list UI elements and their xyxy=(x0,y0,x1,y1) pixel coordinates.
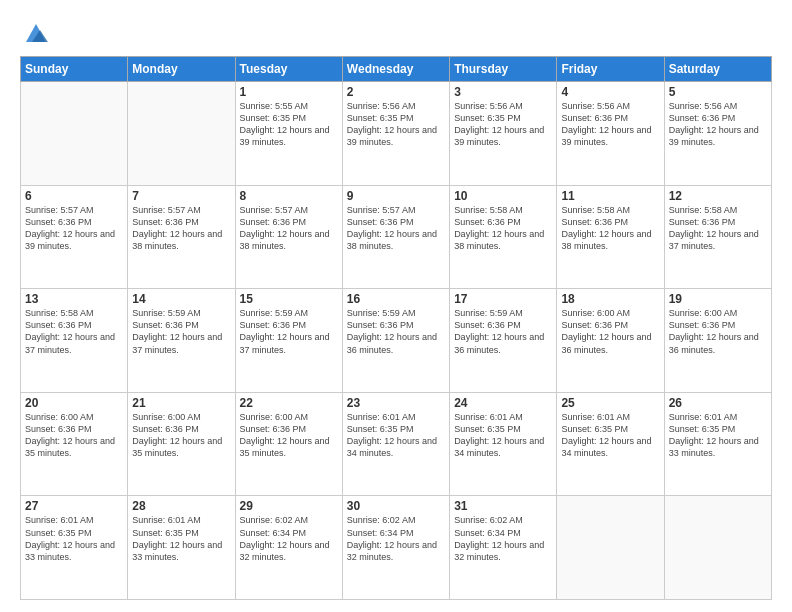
day-number: 13 xyxy=(25,292,123,306)
day-info: Sunrise: 6:00 AM Sunset: 6:36 PM Dayligh… xyxy=(669,307,767,356)
weekday-header-saturday: Saturday xyxy=(664,57,771,82)
calendar-cell: 29Sunrise: 6:02 AM Sunset: 6:34 PM Dayli… xyxy=(235,496,342,600)
day-info: Sunrise: 5:57 AM Sunset: 6:36 PM Dayligh… xyxy=(240,204,338,253)
day-number: 4 xyxy=(561,85,659,99)
calendar-table: SundayMondayTuesdayWednesdayThursdayFrid… xyxy=(20,56,772,600)
day-info: Sunrise: 5:59 AM Sunset: 6:36 PM Dayligh… xyxy=(132,307,230,356)
calendar-cell: 6Sunrise: 5:57 AM Sunset: 6:36 PM Daylig… xyxy=(21,185,128,289)
day-info: Sunrise: 6:00 AM Sunset: 6:36 PM Dayligh… xyxy=(25,411,123,460)
calendar-cell: 25Sunrise: 6:01 AM Sunset: 6:35 PM Dayli… xyxy=(557,392,664,496)
day-number: 19 xyxy=(669,292,767,306)
calendar-cell: 10Sunrise: 5:58 AM Sunset: 6:36 PM Dayli… xyxy=(450,185,557,289)
week-row-2: 6Sunrise: 5:57 AM Sunset: 6:36 PM Daylig… xyxy=(21,185,772,289)
day-info: Sunrise: 6:00 AM Sunset: 6:36 PM Dayligh… xyxy=(561,307,659,356)
calendar-cell: 14Sunrise: 5:59 AM Sunset: 6:36 PM Dayli… xyxy=(128,289,235,393)
weekday-header-friday: Friday xyxy=(557,57,664,82)
week-row-1: 1Sunrise: 5:55 AM Sunset: 6:35 PM Daylig… xyxy=(21,82,772,186)
day-info: Sunrise: 6:02 AM Sunset: 6:34 PM Dayligh… xyxy=(240,514,338,563)
day-info: Sunrise: 6:01 AM Sunset: 6:35 PM Dayligh… xyxy=(454,411,552,460)
calendar-cell: 1Sunrise: 5:55 AM Sunset: 6:35 PM Daylig… xyxy=(235,82,342,186)
calendar-cell: 7Sunrise: 5:57 AM Sunset: 6:36 PM Daylig… xyxy=(128,185,235,289)
calendar-cell: 26Sunrise: 6:01 AM Sunset: 6:35 PM Dayli… xyxy=(664,392,771,496)
calendar-cell: 19Sunrise: 6:00 AM Sunset: 6:36 PM Dayli… xyxy=(664,289,771,393)
calendar-cell: 4Sunrise: 5:56 AM Sunset: 6:36 PM Daylig… xyxy=(557,82,664,186)
calendar-cell: 13Sunrise: 5:58 AM Sunset: 6:36 PM Dayli… xyxy=(21,289,128,393)
day-number: 10 xyxy=(454,189,552,203)
calendar-cell: 15Sunrise: 5:59 AM Sunset: 6:36 PM Dayli… xyxy=(235,289,342,393)
calendar-cell: 31Sunrise: 6:02 AM Sunset: 6:34 PM Dayli… xyxy=(450,496,557,600)
calendar-cell xyxy=(557,496,664,600)
day-info: Sunrise: 6:01 AM Sunset: 6:35 PM Dayligh… xyxy=(132,514,230,563)
calendar-cell xyxy=(664,496,771,600)
day-number: 6 xyxy=(25,189,123,203)
calendar-cell: 18Sunrise: 6:00 AM Sunset: 6:36 PM Dayli… xyxy=(557,289,664,393)
day-info: Sunrise: 5:58 AM Sunset: 6:36 PM Dayligh… xyxy=(561,204,659,253)
day-info: Sunrise: 6:00 AM Sunset: 6:36 PM Dayligh… xyxy=(132,411,230,460)
day-info: Sunrise: 5:58 AM Sunset: 6:36 PM Dayligh… xyxy=(669,204,767,253)
day-number: 27 xyxy=(25,499,123,513)
day-info: Sunrise: 6:01 AM Sunset: 6:35 PM Dayligh… xyxy=(561,411,659,460)
day-number: 12 xyxy=(669,189,767,203)
day-info: Sunrise: 6:02 AM Sunset: 6:34 PM Dayligh… xyxy=(454,514,552,563)
day-number: 8 xyxy=(240,189,338,203)
weekday-header-monday: Monday xyxy=(128,57,235,82)
day-number: 31 xyxy=(454,499,552,513)
day-number: 15 xyxy=(240,292,338,306)
day-info: Sunrise: 5:57 AM Sunset: 6:36 PM Dayligh… xyxy=(25,204,123,253)
calendar-cell: 27Sunrise: 6:01 AM Sunset: 6:35 PM Dayli… xyxy=(21,496,128,600)
day-info: Sunrise: 5:56 AM Sunset: 6:36 PM Dayligh… xyxy=(669,100,767,149)
calendar-cell: 11Sunrise: 5:58 AM Sunset: 6:36 PM Dayli… xyxy=(557,185,664,289)
header xyxy=(20,18,772,46)
calendar-cell xyxy=(21,82,128,186)
weekday-header-tuesday: Tuesday xyxy=(235,57,342,82)
week-row-3: 13Sunrise: 5:58 AM Sunset: 6:36 PM Dayli… xyxy=(21,289,772,393)
calendar-cell: 30Sunrise: 6:02 AM Sunset: 6:34 PM Dayli… xyxy=(342,496,449,600)
day-info: Sunrise: 5:56 AM Sunset: 6:35 PM Dayligh… xyxy=(347,100,445,149)
day-number: 23 xyxy=(347,396,445,410)
calendar-cell: 28Sunrise: 6:01 AM Sunset: 6:35 PM Dayli… xyxy=(128,496,235,600)
weekday-header-thursday: Thursday xyxy=(450,57,557,82)
day-info: Sunrise: 5:58 AM Sunset: 6:36 PM Dayligh… xyxy=(454,204,552,253)
day-number: 1 xyxy=(240,85,338,99)
calendar-cell: 9Sunrise: 5:57 AM Sunset: 6:36 PM Daylig… xyxy=(342,185,449,289)
week-row-4: 20Sunrise: 6:00 AM Sunset: 6:36 PM Dayli… xyxy=(21,392,772,496)
day-info: Sunrise: 6:00 AM Sunset: 6:36 PM Dayligh… xyxy=(240,411,338,460)
logo xyxy=(20,18,50,46)
day-number: 18 xyxy=(561,292,659,306)
logo-icon xyxy=(22,18,50,46)
day-info: Sunrise: 5:58 AM Sunset: 6:36 PM Dayligh… xyxy=(25,307,123,356)
day-info: Sunrise: 5:57 AM Sunset: 6:36 PM Dayligh… xyxy=(132,204,230,253)
page: SundayMondayTuesdayWednesdayThursdayFrid… xyxy=(0,0,792,612)
weekday-header-row: SundayMondayTuesdayWednesdayThursdayFrid… xyxy=(21,57,772,82)
day-number: 21 xyxy=(132,396,230,410)
day-info: Sunrise: 6:01 AM Sunset: 6:35 PM Dayligh… xyxy=(347,411,445,460)
day-info: Sunrise: 5:57 AM Sunset: 6:36 PM Dayligh… xyxy=(347,204,445,253)
weekday-header-sunday: Sunday xyxy=(21,57,128,82)
day-number: 29 xyxy=(240,499,338,513)
day-number: 5 xyxy=(669,85,767,99)
day-info: Sunrise: 5:56 AM Sunset: 6:35 PM Dayligh… xyxy=(454,100,552,149)
day-number: 14 xyxy=(132,292,230,306)
calendar-cell: 5Sunrise: 5:56 AM Sunset: 6:36 PM Daylig… xyxy=(664,82,771,186)
calendar-cell: 2Sunrise: 5:56 AM Sunset: 6:35 PM Daylig… xyxy=(342,82,449,186)
day-number: 28 xyxy=(132,499,230,513)
calendar-cell xyxy=(128,82,235,186)
day-number: 16 xyxy=(347,292,445,306)
calendar-cell: 8Sunrise: 5:57 AM Sunset: 6:36 PM Daylig… xyxy=(235,185,342,289)
day-info: Sunrise: 6:01 AM Sunset: 6:35 PM Dayligh… xyxy=(25,514,123,563)
day-info: Sunrise: 5:59 AM Sunset: 6:36 PM Dayligh… xyxy=(454,307,552,356)
day-info: Sunrise: 5:59 AM Sunset: 6:36 PM Dayligh… xyxy=(347,307,445,356)
weekday-header-wednesday: Wednesday xyxy=(342,57,449,82)
day-number: 20 xyxy=(25,396,123,410)
day-number: 17 xyxy=(454,292,552,306)
day-number: 7 xyxy=(132,189,230,203)
calendar-cell: 17Sunrise: 5:59 AM Sunset: 6:36 PM Dayli… xyxy=(450,289,557,393)
day-number: 11 xyxy=(561,189,659,203)
day-number: 24 xyxy=(454,396,552,410)
calendar-cell: 24Sunrise: 6:01 AM Sunset: 6:35 PM Dayli… xyxy=(450,392,557,496)
day-number: 25 xyxy=(561,396,659,410)
calendar-cell: 22Sunrise: 6:00 AM Sunset: 6:36 PM Dayli… xyxy=(235,392,342,496)
calendar-cell: 23Sunrise: 6:01 AM Sunset: 6:35 PM Dayli… xyxy=(342,392,449,496)
day-info: Sunrise: 5:55 AM Sunset: 6:35 PM Dayligh… xyxy=(240,100,338,149)
day-info: Sunrise: 5:56 AM Sunset: 6:36 PM Dayligh… xyxy=(561,100,659,149)
